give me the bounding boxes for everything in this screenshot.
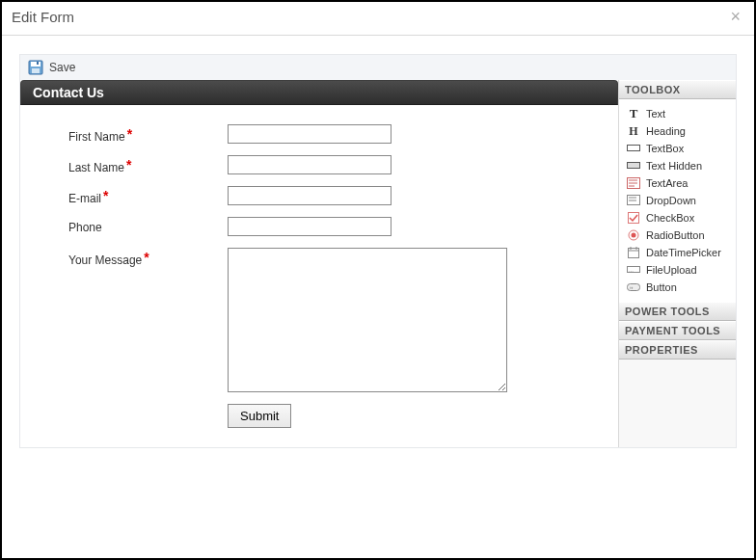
power-tools-header[interactable]: POWER TOOLS (619, 302, 736, 321)
fileupload-icon: ... (627, 263, 640, 277)
tool-textarea[interactable]: TextArea (623, 174, 732, 192)
close-icon[interactable]: × (726, 8, 744, 25)
svg-point-15 (632, 233, 636, 238)
tool-heading[interactable]: H Heading (623, 122, 732, 140)
tool-button[interactable]: ›› Button (623, 279, 732, 296)
label-text: First Name (68, 130, 125, 144)
svg-rect-2 (32, 68, 40, 73)
tool-label: TextBox (646, 143, 684, 154)
field-label: Last Name* (68, 155, 228, 174)
label-text: Your Message (68, 253, 142, 267)
phone-input[interactable] (228, 217, 392, 236)
form-canvas: Contact Us First Name* Last Name* (20, 80, 618, 447)
field-label: E-mail* (68, 186, 228, 205)
tool-text[interactable]: T Text (623, 105, 732, 122)
submit-row: Submit (68, 404, 599, 428)
tool-label: DateTimePicker (646, 247, 721, 258)
editor-layout: Contact Us First Name* Last Name* (19, 80, 737, 448)
required-asterisk: * (126, 157, 131, 173)
toolbox-header[interactable]: TOOLBOX (619, 80, 736, 99)
form-body: First Name* Last Name* E (20, 105, 618, 447)
label-text: Last Name (68, 161, 124, 174)
tool-label: FileUpload (646, 264, 697, 276)
required-asterisk: * (144, 250, 148, 265)
tool-label: Text (646, 108, 665, 120)
toolbox-list: T Text H Heading TextBox (619, 99, 736, 302)
tool-dropdown[interactable]: DropDown (623, 192, 732, 209)
textarea-icon (627, 176, 640, 190)
field-row: Your Message* (68, 248, 599, 392)
tool-fileupload[interactable]: ... FileUpload (623, 261, 732, 279)
dialog-body: Save Contact Us First Name* (2, 37, 754, 558)
svg-rect-16 (629, 249, 639, 258)
tool-textbox[interactable]: TextBox (623, 140, 732, 157)
submit-button[interactable]: Submit (228, 404, 291, 428)
editor-toolbar: Save (19, 54, 737, 80)
tool-label: DropDown (646, 195, 696, 206)
tool-label: Heading (646, 125, 686, 137)
dialog-window: Edit Form × Save Contact Us (0, 0, 756, 560)
form-title: Contact Us (20, 80, 618, 105)
first-name-input[interactable] (228, 124, 392, 144)
tool-text-hidden[interactable]: Text Hidden (623, 157, 732, 174)
heading-icon: H (627, 124, 640, 138)
svg-text:...: ... (629, 267, 634, 273)
datetime-icon (627, 246, 640, 259)
last-name-input[interactable] (228, 155, 392, 174)
email-input[interactable] (228, 186, 392, 205)
checkbox-icon (627, 211, 640, 225)
field-row: Phone (68, 217, 599, 236)
button-icon: ›› (627, 280, 640, 294)
svg-rect-4 (628, 146, 640, 151)
field-label: Phone (68, 217, 228, 234)
payment-tools-header[interactable]: PAYMENT TOOLS (619, 321, 736, 340)
required-asterisk: * (103, 188, 108, 203)
save-button[interactable]: Save (49, 61, 75, 74)
radio-icon (627, 228, 640, 242)
message-textarea[interactable] (228, 248, 507, 392)
svg-text:››: ›› (630, 284, 634, 290)
tool-datetimepicker[interactable]: DateTimePicker (623, 244, 732, 261)
svg-rect-3 (37, 62, 39, 65)
tool-label: CheckBox (646, 212, 694, 224)
label-text: E-mail (68, 192, 101, 205)
required-asterisk: * (127, 126, 132, 142)
properties-header[interactable]: PROPERTIES (619, 340, 736, 360)
window-title: Edit Form (12, 9, 74, 25)
sidebar: TOOLBOX T Text H Heading (618, 80, 736, 447)
textbox-icon (627, 142, 640, 155)
titlebar: Edit Form × (2, 2, 754, 36)
svg-rect-1 (31, 62, 40, 67)
tool-label: Text Hidden (646, 160, 702, 172)
dropdown-icon (627, 194, 640, 207)
field-row: E-mail* (68, 186, 599, 205)
field-row: First Name* (68, 124, 599, 144)
tool-label: RadioButton (646, 229, 705, 241)
field-row: Last Name* (68, 155, 599, 174)
field-label: First Name* (68, 124, 228, 144)
tool-checkbox[interactable]: CheckBox (623, 209, 732, 227)
tool-label: Button (646, 281, 677, 293)
save-icon[interactable] (28, 60, 43, 75)
field-label: Your Message* (68, 248, 228, 267)
tool-radiobutton[interactable]: RadioButton (623, 227, 732, 244)
label-text: Phone (68, 221, 102, 234)
svg-rect-5 (628, 163, 640, 169)
text-icon: T (627, 107, 640, 120)
tool-label: TextArea (646, 177, 688, 189)
hidden-icon (627, 159, 640, 173)
